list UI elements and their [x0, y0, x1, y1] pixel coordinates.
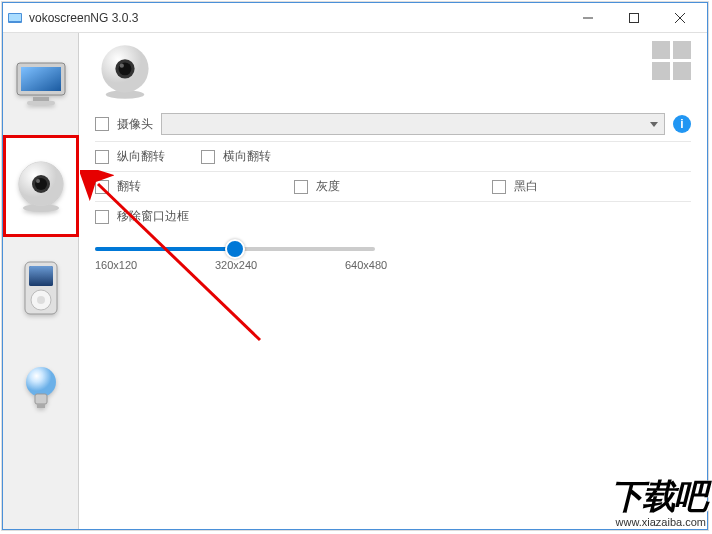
window-controls: [565, 3, 703, 33]
slider-thumb[interactable]: [225, 239, 245, 259]
remove-border-row: 移除窗口边框: [95, 202, 691, 231]
slider-tick-1: 320x240: [215, 259, 257, 271]
svg-rect-24: [37, 404, 45, 408]
slider-tick-2: 640x480: [345, 259, 387, 271]
grid-view-button[interactable]: [652, 41, 691, 80]
flip-h-label: 横向翻转: [223, 148, 271, 165]
bw-label: 黑白: [514, 178, 538, 195]
svg-rect-1: [9, 14, 21, 21]
bw-checkbox[interactable]: [492, 180, 506, 194]
svg-point-22: [26, 367, 56, 397]
sidebar-tab-webcam[interactable]: [3, 135, 79, 237]
maximize-button[interactable]: [611, 3, 657, 33]
flip-checkbox[interactable]: [95, 180, 109, 194]
sidebar-tab-screen[interactable]: [3, 33, 79, 135]
flip-v-checkbox[interactable]: [95, 150, 109, 164]
webcam-icon: [13, 158, 69, 214]
svg-rect-23: [35, 394, 47, 404]
svg-rect-9: [33, 97, 49, 101]
effects-row: 翻转 灰度 黑白: [95, 172, 691, 202]
svg-rect-3: [630, 13, 639, 22]
svg-rect-10: [27, 101, 55, 105]
slider-fill: [95, 247, 235, 251]
svg-point-16: [36, 179, 40, 183]
sidebar-tab-player[interactable]: [3, 237, 79, 339]
info-button[interactable]: i: [673, 115, 691, 133]
watermark: 下载吧 www.xiazaiba.com: [610, 474, 706, 528]
camera-row: 摄像头 i: [95, 107, 691, 142]
watermark-url: www.xiazaiba.com: [610, 516, 706, 528]
camera-checkbox[interactable]: [95, 117, 109, 131]
content-panel: 摄像头 i 纵向翻转 横向翻转 翻转 灰度: [79, 33, 707, 529]
flip-h-checkbox[interactable]: [201, 150, 215, 164]
svg-point-21: [37, 296, 45, 304]
watermark-text: 下载吧: [610, 477, 706, 515]
svg-rect-8: [21, 67, 61, 91]
flip-label: 翻转: [117, 178, 141, 195]
close-button[interactable]: [657, 3, 703, 33]
resolution-slider[interactable]: [95, 247, 375, 251]
grayscale-checkbox[interactable]: [294, 180, 308, 194]
svg-point-29: [120, 64, 124, 68]
resolution-slider-area: 160x120 320x240 640x480: [95, 231, 691, 275]
flip-row: 纵向翻转 横向翻转: [95, 142, 691, 172]
remove-border-checkbox[interactable]: [95, 210, 109, 224]
sidebar-tab-bulb[interactable]: [3, 339, 79, 441]
titlebar: vokoscreenNG 3.0.3: [3, 3, 707, 33]
grayscale-label: 灰度: [316, 178, 340, 195]
minimize-button[interactable]: [565, 3, 611, 33]
flip-v-label: 纵向翻转: [117, 148, 165, 165]
webcam-preview-icon: [95, 41, 155, 101]
slider-tick-0: 160x120: [95, 259, 137, 271]
app-icon: [7, 10, 23, 26]
monitor-icon: [13, 59, 69, 109]
svg-rect-19: [29, 266, 53, 286]
camera-select[interactable]: [161, 113, 665, 135]
remove-border-label: 移除窗口边框: [117, 208, 189, 225]
camera-label: 摄像头: [117, 116, 153, 133]
ipod-icon: [21, 260, 61, 316]
bulb-icon: [21, 362, 61, 418]
app-window: vokoscreenNG 3.0.3: [2, 2, 708, 530]
sidebar: [3, 33, 79, 529]
window-title: vokoscreenNG 3.0.3: [29, 11, 565, 25]
